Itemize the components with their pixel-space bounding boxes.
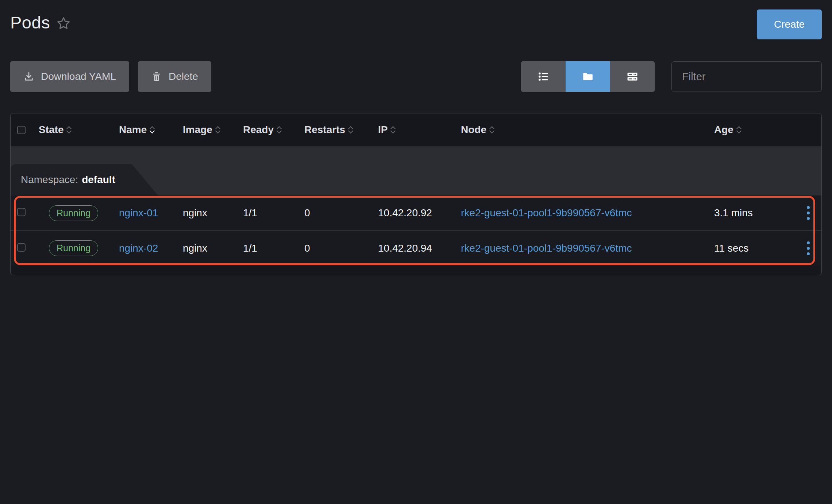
flat-list-view-button[interactable] <box>610 61 655 92</box>
age-cell: 3.1 mins <box>714 207 800 219</box>
sort-icon <box>216 127 220 133</box>
sort-icon <box>67 127 71 133</box>
select-all-checkbox[interactable] <box>17 126 26 134</box>
column-header-ready[interactable]: Ready <box>243 124 304 136</box>
page-title: Pods <box>10 12 50 32</box>
restarts-cell: 0 <box>304 207 378 219</box>
sort-icon <box>391 127 395 133</box>
restarts-cell: 0 <box>304 243 378 254</box>
namespace-group-tab: Namespace: default <box>11 164 160 195</box>
column-label: Node <box>461 124 486 136</box>
favorite-star-icon[interactable] <box>56 16 71 31</box>
status-badge: Running <box>49 205 98 221</box>
column-label: Restarts <box>304 124 345 136</box>
delete-label: Delete <box>169 71 198 82</box>
column-header-name[interactable]: Name <box>119 124 183 136</box>
column-header-restarts[interactable]: Restarts <box>304 124 378 136</box>
column-label: State <box>39 124 63 136</box>
image-cell: nginx <box>183 243 243 254</box>
namespace-value: default <box>82 174 115 186</box>
sort-icon <box>277 127 281 133</box>
row-actions-kebab-icon[interactable] <box>801 241 816 255</box>
ready-cell: 1/1 <box>243 243 304 254</box>
namespace-label: Namespace: <box>21 174 78 186</box>
column-header-node[interactable]: Node <box>461 124 714 136</box>
namespace-group-band: Namespace: default <box>11 146 821 195</box>
column-label: Name <box>119 124 147 136</box>
list-view-button[interactable] <box>521 61 566 92</box>
column-label: Age <box>714 124 733 136</box>
column-header-age[interactable]: Age <box>714 124 800 136</box>
image-cell: nginx <box>183 207 243 219</box>
pods-table: State Name Image Ready Restarts IP <box>10 113 822 275</box>
column-header-ip[interactable]: IP <box>378 124 461 136</box>
folder-view-button[interactable] <box>566 61 610 92</box>
sort-icon <box>737 127 741 133</box>
download-icon <box>23 71 34 82</box>
row-checkbox[interactable] <box>17 208 26 216</box>
ready-cell: 1/1 <box>243 207 304 219</box>
column-header-image[interactable]: Image <box>183 124 243 136</box>
table-body: Running nginx-01 nginx 1/1 0 10.42.20.92… <box>11 195 821 265</box>
download-yaml-button[interactable]: Download YAML <box>10 61 129 92</box>
list-icon <box>537 70 550 83</box>
sort-icon <box>349 127 353 133</box>
node-link[interactable]: rke2-guest-01-pool1-9b990567-v6tmc <box>461 207 632 218</box>
column-label: IP <box>378 124 388 136</box>
download-yaml-label: Download YAML <box>41 71 116 82</box>
sort-icon <box>490 127 494 133</box>
row-checkbox[interactable] <box>17 243 26 252</box>
pods-page: Pods Create Download YAML Delete <box>0 0 832 275</box>
ip-cell: 10.42.20.94 <box>378 243 461 254</box>
folder-icon <box>582 70 594 83</box>
table-header-row: State Name Image Ready Restarts IP <box>11 113 821 146</box>
row-actions-kebab-icon[interactable] <box>801 206 816 220</box>
column-header-state[interactable]: State <box>39 124 119 136</box>
view-mode-toggle <box>521 61 655 92</box>
create-button[interactable]: Create <box>757 9 822 39</box>
sort-icon-active <box>150 127 154 133</box>
column-label: Image <box>183 124 212 136</box>
page-header: Pods Create <box>10 0 822 40</box>
column-label: Ready <box>243 124 274 136</box>
table-row-nginx-01: Running nginx-01 nginx 1/1 0 10.42.20.92… <box>11 195 821 230</box>
ip-cell: 10.42.20.92 <box>378 207 461 219</box>
status-badge: Running <box>49 240 98 256</box>
pod-name-link[interactable]: nginx-01 <box>119 207 158 218</box>
delete-button[interactable]: Delete <box>138 61 211 92</box>
flat-list-icon <box>626 70 639 83</box>
node-link[interactable]: rke2-guest-01-pool1-9b990567-v6tmc <box>461 243 632 254</box>
filter-input[interactable] <box>671 61 822 92</box>
pod-name-link[interactable]: nginx-02 <box>119 243 158 254</box>
toolbar: Download YAML Delete <box>10 61 822 92</box>
table-row-nginx-02: Running nginx-02 nginx 1/1 0 10.42.20.94… <box>11 230 821 265</box>
trash-icon <box>151 71 162 82</box>
age-cell: 11 secs <box>714 243 800 254</box>
